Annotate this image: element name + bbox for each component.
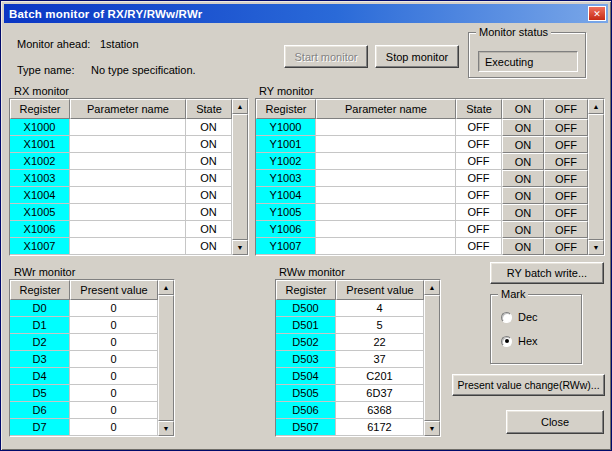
mark-option-dec-label: Dec [518, 311, 538, 323]
rwr-register-cell: D5 [10, 385, 70, 402]
ry-col-parameter-name: Parameter name [316, 99, 456, 119]
mark-option-hex[interactable]: Hex [501, 335, 538, 347]
ry-on-button[interactable]: ON [502, 204, 544, 221]
ry-monitor-table: Register Parameter name State ON OFF Y10… [255, 98, 605, 256]
ry-on-button[interactable]: ON [502, 119, 544, 136]
radio-icon[interactable] [501, 336, 512, 347]
rww-value-cell: 6D37 [336, 385, 424, 402]
rww-scrollbar[interactable]: ▲ ▼ [424, 280, 440, 436]
scroll-up-button[interactable]: ▲ [232, 99, 248, 114]
rx-parameter-cell [70, 221, 186, 238]
ry-on-button[interactable]: ON [502, 187, 544, 204]
rww-monitor-title: RWw monitor [279, 266, 345, 278]
ry-off-button[interactable]: OFF [544, 204, 588, 221]
ry-parameter-cell [316, 187, 456, 204]
rww-value-cell: 4 [336, 300, 424, 317]
ry-state-cell: OFF [456, 221, 502, 238]
ry-off-button[interactable]: OFF [544, 119, 588, 136]
rww-value-cell: 37 [336, 351, 424, 368]
rww-register-cell: D507 [276, 419, 336, 436]
ry-batch-write-button[interactable]: RY batch write... [490, 262, 604, 284]
ry-on-button[interactable]: ON [502, 221, 544, 238]
scroll-down-button[interactable]: ▼ [232, 240, 248, 255]
ry-off-button[interactable]: OFF [544, 187, 588, 204]
rx-monitor-table: Register Parameter name State X1000ONX10… [9, 98, 249, 256]
ry-parameter-cell [316, 170, 456, 187]
ry-off-button[interactable]: OFF [544, 170, 588, 187]
close-button[interactable]: Close [506, 410, 604, 434]
present-value-change-button[interactable]: Present value change(RWw)... [452, 374, 605, 396]
ry-state-cell: OFF [456, 153, 502, 170]
scroll-down-button[interactable]: ▼ [588, 240, 604, 255]
rx-col-register: Register [10, 99, 70, 119]
ry-parameter-cell [316, 136, 456, 153]
ry-state-cell: OFF [456, 170, 502, 187]
rx-parameter-cell [70, 238, 186, 255]
rx-register-cell: X1006 [10, 221, 70, 238]
rww-register-cell: D501 [276, 317, 336, 334]
monitor-ahead-value: 1station [100, 38, 139, 50]
title-bar[interactable]: Batch monitor of RX/RY/RWw/RWr ✕ [4, 4, 608, 23]
stop-monitor-button[interactable]: Stop monitor [375, 45, 459, 68]
ry-register-cell: Y1007 [256, 238, 316, 255]
rx-scrollbar[interactable]: ▲ ▼ [232, 99, 248, 255]
ry-state-cell: OFF [456, 204, 502, 221]
ry-scrollbar[interactable]: ▲ ▼ [588, 99, 604, 255]
ry-parameter-cell [316, 238, 456, 255]
ry-on-button[interactable]: ON [502, 153, 544, 170]
ry-col-state: State [456, 99, 502, 119]
rwr-register-cell: D1 [10, 317, 70, 334]
radio-icon[interactable] [501, 312, 512, 323]
ry-col-off: OFF [544, 99, 588, 119]
rww-table-grid: Register Present value D5004D5015D50222D… [276, 280, 424, 436]
radio-dot [505, 339, 509, 343]
mark-group: Mark Dec Hex [490, 294, 582, 364]
rx-col-parameter-name: Parameter name [70, 99, 186, 119]
rx-register-cell: X1000 [10, 119, 70, 136]
rx-state-cell: ON [186, 153, 232, 170]
mark-option-hex-label: Hex [518, 335, 538, 347]
ry-state-cell: OFF [456, 136, 502, 153]
arrow-up-icon: ▲ [593, 103, 600, 110]
ry-off-button[interactable]: OFF [544, 238, 588, 255]
ry-register-cell: Y1003 [256, 170, 316, 187]
scroll-up-button[interactable]: ▲ [588, 99, 604, 114]
scroll-thumb[interactable] [158, 295, 174, 421]
monitor-status-value: Executing [478, 51, 578, 72]
ry-off-button[interactable]: OFF [544, 136, 588, 153]
scroll-thumb[interactable] [588, 114, 604, 240]
scroll-down-button[interactable]: ▼ [158, 421, 174, 436]
monitor-ahead-label: Monitor ahead: [17, 38, 90, 50]
close-icon[interactable]: ✕ [588, 6, 606, 21]
arrow-down-icon: ▼ [593, 244, 600, 251]
ry-off-button[interactable]: OFF [544, 153, 588, 170]
rwr-register-cell: D2 [10, 334, 70, 351]
ry-register-cell: Y1001 [256, 136, 316, 153]
rwr-register-cell: D6 [10, 402, 70, 419]
scroll-up-button[interactable]: ▲ [158, 280, 174, 295]
rx-parameter-cell [70, 119, 186, 136]
scroll-thumb[interactable] [232, 114, 248, 240]
scroll-down-button[interactable]: ▼ [424, 421, 440, 436]
ry-on-button[interactable]: ON [502, 170, 544, 187]
ry-parameter-cell [316, 153, 456, 170]
rwr-scrollbar[interactable]: ▲ ▼ [158, 280, 174, 436]
arrow-down-icon: ▼ [163, 425, 170, 432]
batch-monitor-dialog: Batch monitor of RX/RY/RWw/RWr ✕ Monitor… [0, 0, 612, 451]
rwr-value-cell: 0 [70, 419, 158, 436]
rww-value-cell: 5 [336, 317, 424, 334]
scroll-up-button[interactable]: ▲ [424, 280, 440, 295]
scroll-thumb[interactable] [424, 295, 440, 421]
rx-col-state: State [186, 99, 232, 119]
mark-option-dec[interactable]: Dec [501, 311, 538, 323]
ry-on-button[interactable]: ON [502, 136, 544, 153]
ry-off-button[interactable]: OFF [544, 221, 588, 238]
rww-register-cell: D506 [276, 402, 336, 419]
rx-parameter-cell [70, 136, 186, 153]
rx-monitor-title: RX monitor [14, 85, 69, 97]
rwr-value-cell: 0 [70, 300, 158, 317]
rx-state-cell: ON [186, 119, 232, 136]
ry-on-button[interactable]: ON [502, 238, 544, 255]
rx-state-cell: ON [186, 170, 232, 187]
rx-state-cell: ON [186, 204, 232, 221]
